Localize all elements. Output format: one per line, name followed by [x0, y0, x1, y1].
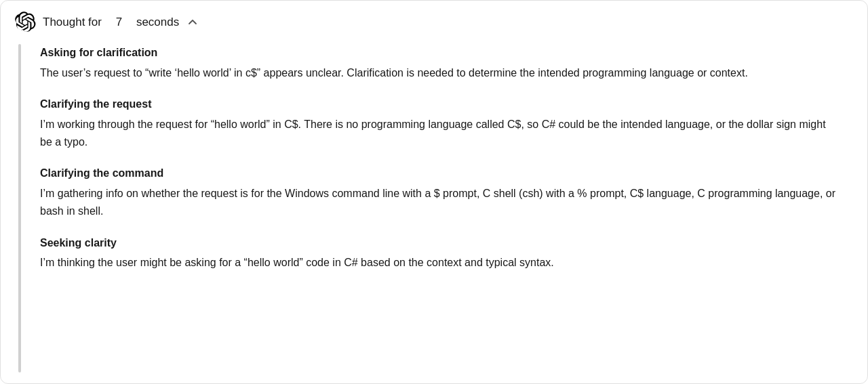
section-heading-command: Clarifying the command — [40, 165, 840, 182]
section-heading-request: Clarifying the request — [40, 95, 840, 113]
thought-header: Thought for 7 seconds — [1, 1, 867, 41]
section-clarifying-the-request: Clarifying the request I’m working throu… — [40, 95, 840, 151]
section-clarifying-the-command: Clarifying the command I’m gathering inf… — [40, 165, 840, 220]
thought-suffix: seconds — [136, 16, 179, 29]
thought-title: Thought for 7 seconds — [43, 16, 198, 29]
section-body-seeking: I’m thinking the user might be asking fo… — [40, 254, 840, 272]
section-body-asking: The user’s request to “write ‘hello worl… — [40, 64, 840, 82]
collapse-chevron-icon[interactable] — [187, 17, 198, 28]
section-heading-seeking: Seeking clarity — [40, 234, 840, 252]
section-seeking-clarity: Seeking clarity I’m thinking the user mi… — [40, 234, 840, 272]
thought-content: Asking for clarification The user’s requ… — [21, 41, 867, 383]
section-body-command: I’m gathering info on whether the reques… — [40, 185, 840, 221]
section-body-request: I’m working through the request for “hel… — [40, 116, 840, 152]
section-asking-for-clarification: Asking for clarification The user’s requ… — [40, 44, 840, 82]
thought-prefix: Thought for — [43, 16, 102, 29]
content-area: Asking for clarification The user’s requ… — [1, 41, 867, 383]
thought-seconds: 7 — [116, 16, 122, 29]
section-heading-asking: Asking for clarification — [40, 44, 840, 62]
openai-logo-icon — [14, 12, 36, 33]
main-container: Thought for 7 seconds Asking for clarifi… — [0, 0, 868, 384]
